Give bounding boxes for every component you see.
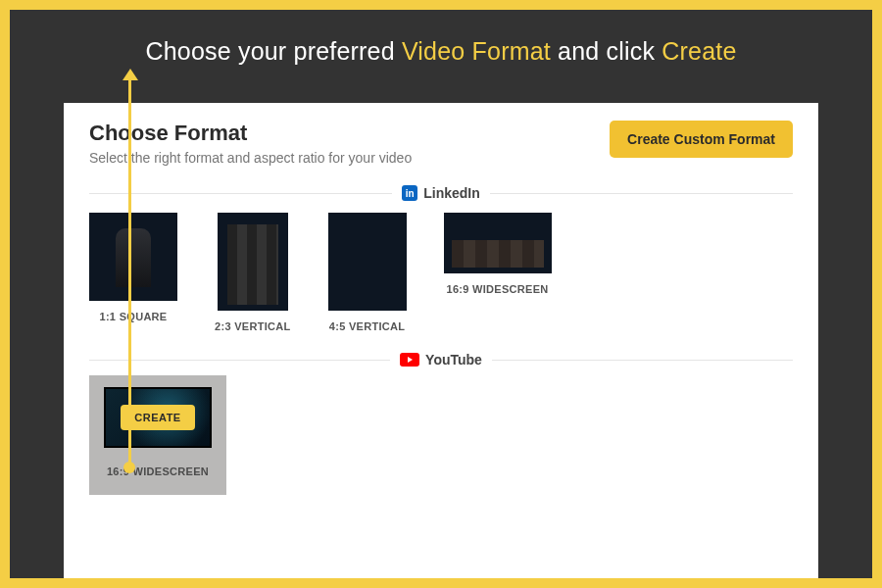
instruction-highlight-create: Create: [662, 37, 736, 65]
format-thumbnail: [218, 213, 288, 311]
platform-label-youtube: YouTube: [400, 352, 482, 368]
format-caption: 16:9 WIDESCREEN: [107, 466, 209, 477]
create-button[interactable]: CREATE: [121, 405, 194, 430]
platform-label-linkedin: in LinkedIn: [402, 185, 480, 201]
platform-label-linkedin-text: LinkedIn: [423, 185, 480, 201]
annotation-arrow-line-upper: [128, 80, 131, 108]
platform-divider-linkedin: in LinkedIn: [89, 185, 793, 201]
format-thumbnail: [444, 213, 552, 273]
format-option-youtube-16-9-selected[interactable]: CREATE 16:9 WIDESCREEN: [89, 375, 226, 495]
panel-subtitle: Select the right format and aspect ratio…: [89, 150, 412, 166]
platform-label-youtube-text: YouTube: [425, 352, 482, 368]
panel-title: Choose Format: [89, 121, 412, 146]
panel-header: Choose Format Select the right format an…: [89, 121, 793, 166]
create-custom-format-button[interactable]: Create Custom Format: [610, 121, 793, 158]
annotation-arrow-head: [122, 69, 138, 80]
youtube-formats-row: CREATE 16:9 WIDESCREEN: [89, 375, 793, 495]
format-thumbnail: CREATE: [104, 387, 212, 448]
instruction-text: Choose your preferred Video Format and c…: [10, 10, 872, 66]
linkedin-formats-row: 1:1 SQUARE 2:3 VERTICAL 4:5 VERTICAL 16:…: [89, 213, 793, 332]
divider-line: [492, 360, 793, 361]
format-option-16-9-widescreen[interactable]: 16:9 WIDESCREEN: [444, 213, 552, 295]
choose-format-panel: Choose Format Select the right format an…: [64, 103, 818, 578]
platform-divider-youtube: YouTube: [89, 352, 793, 368]
divider-line: [490, 193, 793, 194]
format-caption: 2:3 VERTICAL: [215, 320, 291, 332]
tutorial-frame: Choose your preferred Video Format and c…: [0, 0, 882, 588]
divider-line: [89, 193, 392, 194]
format-option-4-5-vertical[interactable]: 4:5 VERTICAL: [328, 213, 407, 332]
instruction-mid: and click: [551, 37, 662, 65]
format-caption: 4:5 VERTICAL: [329, 320, 406, 332]
tutorial-inner: Choose your preferred Video Format and c…: [10, 10, 872, 578]
format-option-2-3-vertical[interactable]: 2:3 VERTICAL: [215, 213, 291, 332]
annotation-arrow-line: [128, 103, 131, 466]
format-thumbnail: [328, 213, 407, 311]
format-thumbnail: [89, 213, 177, 301]
instruction-highlight-format: Video Format: [402, 37, 551, 65]
format-option-1-1-square[interactable]: 1:1 SQUARE: [89, 213, 177, 322]
annotation-arrow-endpoint: [123, 462, 135, 473]
divider-line: [89, 360, 390, 361]
format-caption: 16:9 WIDESCREEN: [446, 283, 548, 295]
panel-heading-block: Choose Format Select the right format an…: [89, 121, 412, 166]
format-caption: 1:1 SQUARE: [99, 311, 167, 322]
linkedin-icon: in: [402, 185, 417, 201]
youtube-icon: [400, 353, 419, 367]
instruction-pre: Choose your preferred: [145, 37, 401, 65]
